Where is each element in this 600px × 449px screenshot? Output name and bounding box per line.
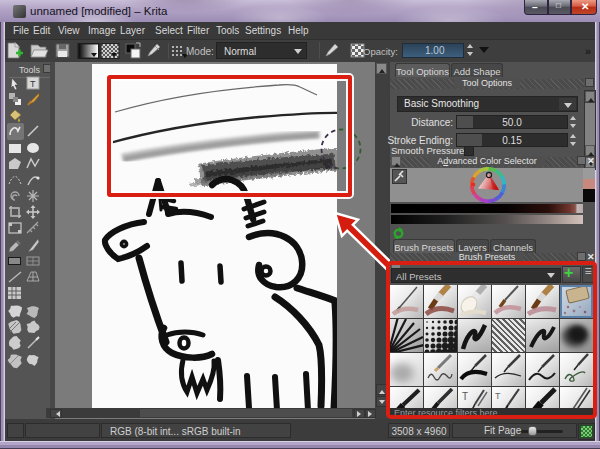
svg-text:T: T (30, 79, 36, 89)
